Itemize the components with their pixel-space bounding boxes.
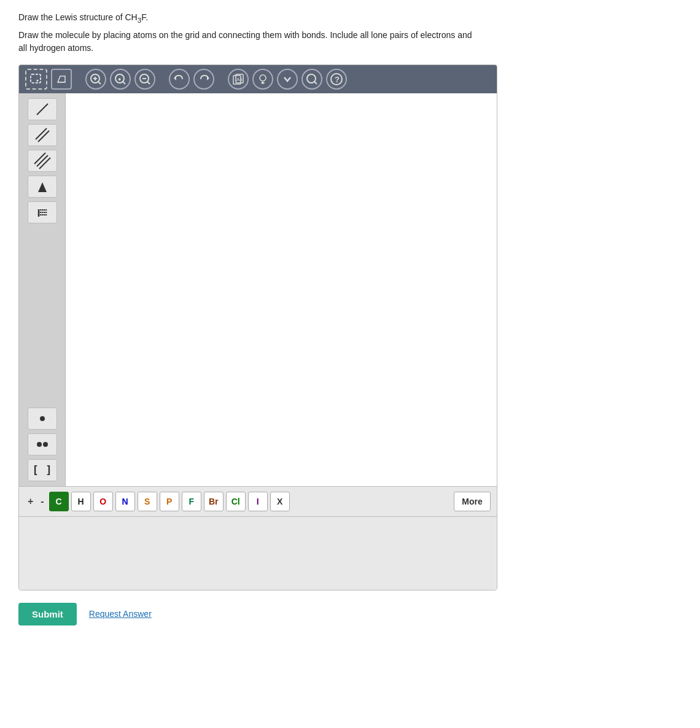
search-tool[interactable] (301, 69, 322, 90)
bracket-tool[interactable]: [ ] (28, 459, 57, 481)
lone-pair-single-tool[interactable] (28, 408, 57, 430)
atom-fluorine-button[interactable]: F (182, 492, 201, 511)
svg-line-23 (314, 82, 317, 84)
svg-line-10 (123, 82, 125, 84)
svg-marker-1 (36, 80, 39, 82)
svg-text:●: ● (118, 76, 121, 82)
undo-tool[interactable] (169, 69, 190, 90)
help-tool[interactable]: ? (326, 69, 347, 90)
bracket-icon: [ ] (32, 463, 52, 476)
zoom-actual-tool[interactable]: ● (110, 69, 131, 90)
svg-point-19 (260, 75, 266, 81)
svg-point-39 (37, 442, 42, 447)
atom-carbon-button[interactable]: C (49, 492, 69, 511)
atom-phosphorus-button[interactable]: P (160, 492, 179, 511)
atom-chlorine-button[interactable]: Cl (226, 492, 246, 511)
svg-line-7 (98, 82, 101, 84)
svg-line-29 (34, 153, 45, 164)
svg-point-38 (40, 416, 45, 421)
double-bond-tool[interactable] (28, 124, 57, 146)
svg-text:?: ? (335, 75, 340, 84)
svg-text:An: An (236, 77, 243, 82)
wedge-dashed-tool[interactable] (28, 201, 57, 223)
drawing-area[interactable] (66, 93, 497, 486)
svg-marker-2 (58, 76, 65, 82)
svg-point-22 (307, 74, 316, 83)
select-tool[interactable] (25, 69, 47, 90)
single-bond-tool[interactable] (28, 98, 57, 120)
copy-tool[interactable]: An (228, 69, 249, 90)
editor-body: [ ] (19, 93, 497, 486)
more-button[interactable]: More (454, 492, 491, 511)
atom-iodine-button[interactable]: I (248, 492, 268, 511)
toolbar-left: [ ] (19, 93, 66, 486)
molecule-editor: ● (18, 64, 497, 591)
svg-line-30 (37, 155, 48, 166)
eraser-tool[interactable] (51, 69, 72, 90)
atom-oxygen-button[interactable]: O (93, 492, 113, 511)
redo-tool[interactable] (193, 69, 214, 90)
charge-plus-button[interactable]: + (25, 496, 36, 507)
svg-point-40 (43, 442, 48, 447)
lone-pair-double-tool[interactable] (28, 433, 57, 455)
chevron-down-tool[interactable] (277, 69, 298, 90)
atom-hydrogen-button[interactable]: H (71, 492, 91, 511)
zoom-in-tool[interactable] (85, 69, 106, 90)
info-tool[interactable] (252, 69, 273, 90)
svg-line-31 (39, 158, 50, 169)
charge-minus-button[interactable]: - (38, 496, 46, 507)
atom-nitrogen-button[interactable]: N (115, 492, 135, 511)
submit-area: Submit Request Answer (18, 603, 682, 625)
svg-marker-32 (38, 182, 47, 192)
atom-bromine-button[interactable]: Br (204, 492, 224, 511)
svg-line-27 (36, 128, 47, 139)
triple-bond-tool[interactable] (28, 150, 57, 172)
wedge-solid-tool[interactable] (28, 176, 57, 198)
svg-line-13 (147, 82, 150, 84)
zoom-out-tool[interactable] (134, 69, 155, 90)
toolbar-top: ● (19, 65, 497, 93)
submit-button[interactable]: Submit (18, 603, 77, 625)
svg-line-26 (37, 104, 48, 115)
bottom-area (19, 516, 497, 590)
toolbar-bottom: + - C H O N S P F Br Cl I X More (19, 486, 497, 516)
atom-delete-button[interactable]: X (270, 492, 290, 511)
instruction: Draw the molecule by placing atoms on th… (18, 29, 682, 55)
svg-rect-0 (31, 74, 41, 83)
svg-line-28 (38, 131, 49, 142)
question-title: Draw the Lewis structure of CH3F. (18, 12, 682, 24)
request-answer-link[interactable]: Request Answer (89, 609, 152, 619)
atom-sulfur-button[interactable]: S (138, 492, 157, 511)
